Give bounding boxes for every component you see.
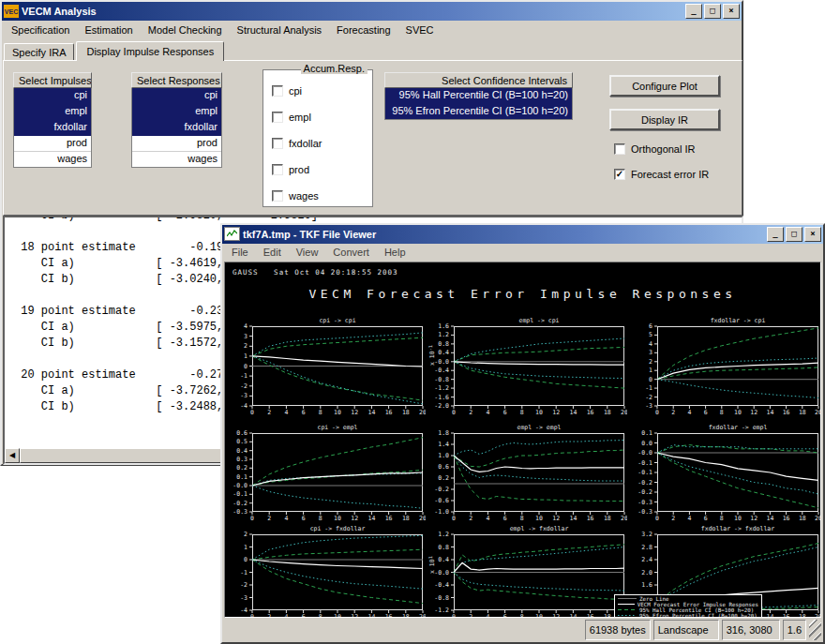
list-item-95-hall-percentile-ci-b-100-h-20[interactable]: 95% Hall Percentile CI (B=100 h=20) <box>385 88 572 104</box>
svg-text:14: 14 <box>368 409 375 415</box>
menu-item-convert[interactable]: Convert <box>325 244 377 261</box>
status-panel-landscape: Landscape <box>653 620 719 640</box>
svg-text:18: 18 <box>604 515 611 521</box>
svg-text:0.4: 0.4 <box>236 447 248 455</box>
svg-text:14: 14 <box>766 409 773 415</box>
svg-text:cpi -> fxdollar: cpi -> fxdollar <box>310 525 366 532</box>
svg-text:14: 14 <box>569 409 577 415</box>
accum-resp-group: Accum.Resp. cpiemplfxdollarprodwages <box>262 69 373 207</box>
svg-text:empl -> cpi: empl -> cpi <box>518 317 559 324</box>
menu-item-specification[interactable]: Specification <box>4 22 77 38</box>
menu-item-svec[interactable]: SVEC <box>398 22 442 38</box>
accum-checkbox-empl[interactable]: empl <box>272 112 322 123</box>
svg-text:1: 1 <box>244 352 248 360</box>
svg-text:0: 0 <box>655 409 659 415</box>
menu-item-forecasting[interactable]: Forecasting <box>329 22 398 38</box>
svg-text:-0.4: -0.4 <box>434 581 449 589</box>
svg-text:4: 4 <box>284 409 288 415</box>
main-titlebar[interactable]: VEC VECM Analysis _□× <box>2 2 742 21</box>
maximize-button[interactable]: □ <box>704 4 721 19</box>
minimize-button[interactable]: _ <box>685 4 702 19</box>
svg-text:4: 4 <box>486 409 489 415</box>
svg-text:18: 18 <box>402 613 410 618</box>
menu-item-file[interactable]: File <box>224 244 256 261</box>
svg-text:1.6: 1.6 <box>641 581 652 589</box>
svg-text:18: 18 <box>799 613 806 618</box>
accum-checkbox-cpi[interactable]: cpi <box>272 85 322 97</box>
svg-text:2: 2 <box>469 409 472 415</box>
action-buttons: Configure PlotDisplay IR <box>609 75 720 130</box>
list-item-fxdollar[interactable]: fxdollar <box>14 120 91 136</box>
select-responses-header[interactable]: Select Responses <box>131 72 222 88</box>
svg-text:0: 0 <box>250 515 254 521</box>
menu-item-view[interactable]: View <box>289 244 326 261</box>
svg-text:empl -> empl: empl -> empl <box>518 424 562 431</box>
maximize-button[interactable]: □ <box>786 227 802 242</box>
svg-text:fxdollar -> cpi: fxdollar -> cpi <box>711 317 766 324</box>
svg-text:0.3: 0.3 <box>236 456 248 463</box>
orthogonal-ir-checkbox[interactable]: Orthogonal IR <box>614 143 709 155</box>
menu-item-help[interactable]: Help <box>377 244 413 261</box>
list-item-cpi[interactable]: cpi <box>132 88 221 104</box>
subplot-empl-cpi: empl -> cpi1.61.20.80.4-0.0-0.4-0.8-1.2-… <box>427 315 627 415</box>
svg-text:x 10-1: x 10-1 <box>428 345 436 366</box>
ir-checkboxes: Orthogonal IR✓Forecast error IR <box>614 143 709 180</box>
svg-text:0.1: 0.1 <box>641 429 652 437</box>
list-item-empl[interactable]: empl <box>132 104 221 120</box>
list-item-fxdollar[interactable]: fxdollar <box>132 120 221 136</box>
list-item-empl[interactable]: empl <box>14 104 91 120</box>
legend-line-sample <box>618 596 637 601</box>
tab-specify-ira[interactable]: Specify IRA <box>4 43 74 60</box>
svg-text:16: 16 <box>783 409 790 415</box>
tkf-titlebar[interactable]: tkf7A.tmp - TKF File Viewer _□× <box>222 225 823 244</box>
svg-text:cpi -> empl: cpi -> empl <box>317 424 357 431</box>
list-item-prod[interactable]: prod <box>132 136 221 152</box>
checkbox-icon <box>272 112 283 123</box>
forecast-error-ir-checkbox[interactable]: ✓Forecast error IR <box>614 169 709 180</box>
svg-text:0.4: 0.4 <box>438 556 449 563</box>
menu-item-estimation[interactable]: Estimation <box>77 22 140 38</box>
svg-text:20: 20 <box>621 409 627 415</box>
checkbox-label: fxdollar <box>289 138 322 149</box>
tab-display-impulse-responses[interactable]: Display Impulse Responses <box>76 41 224 61</box>
subplot-empl-fxdollar: empl -> fxdollar1.20.80.4-0.0-0.4-0.8-1.… <box>427 523 627 618</box>
scroll-left-button[interactable]: ◀ <box>5 448 20 463</box>
configure-plot-button[interactable]: Configure Plot <box>609 75 720 97</box>
menu-item-structural-analysis[interactable]: Structural Analysis <box>230 22 329 38</box>
accum-checkbox-fxdollar[interactable]: fxdollar <box>272 138 322 149</box>
svg-text:12: 12 <box>750 515 758 521</box>
menu-item-model-checking[interactable]: Model Checking <box>141 22 230 38</box>
list-item-prod[interactable]: prod <box>14 136 91 152</box>
svg-text:2: 2 <box>671 409 675 415</box>
accum-checkbox-prod[interactable]: prod <box>272 164 322 175</box>
close-button[interactable]: × <box>804 227 821 242</box>
accum-checkbox-wages[interactable]: wages <box>272 190 322 202</box>
svg-text:16: 16 <box>587 515 594 521</box>
legend-line-sample <box>618 602 635 607</box>
legend-line-sample <box>618 613 637 618</box>
svg-text:2: 2 <box>267 409 271 415</box>
close-button[interactable]: × <box>723 4 740 19</box>
list-item-wages[interactable]: wages <box>14 152 91 167</box>
list-item-wages[interactable]: wages <box>132 152 221 167</box>
svg-text:1.2: 1.2 <box>438 531 449 538</box>
select-impulses-header[interactable]: Select Impulses <box>13 72 92 88</box>
svg-text:-0.3: -0.3 <box>232 508 248 516</box>
resize-grip[interactable] <box>809 620 821 640</box>
app-icon: VEC <box>4 5 19 18</box>
svg-text:-3: -3 <box>240 392 248 399</box>
svg-text:20: 20 <box>815 515 821 521</box>
menu-item-edit[interactable]: Edit <box>256 244 289 261</box>
svg-text:10: 10 <box>535 409 543 415</box>
list-item-cpi[interactable]: cpi <box>14 88 91 104</box>
svg-text:3: 3 <box>244 332 248 339</box>
svg-text:-2.0: -2.0 <box>434 402 449 410</box>
display-ir-button[interactable]: Display IR <box>609 109 720 130</box>
minimize-button[interactable]: _ <box>767 227 784 242</box>
list-item-95-efron-percentile-ci-b-100-h-20[interactable]: 95% Efron Percentile CI (B=100 h=20) <box>385 104 572 119</box>
svg-text:-4: -4 <box>240 402 248 410</box>
select-impulses-list: Select Impulses cpiemplfxdollarprodwages <box>13 72 92 168</box>
svg-text:8: 8 <box>720 515 724 521</box>
confidence-intervals-header[interactable]: Select Confidence Intervals <box>384 72 573 88</box>
svg-text:4: 4 <box>486 515 489 521</box>
